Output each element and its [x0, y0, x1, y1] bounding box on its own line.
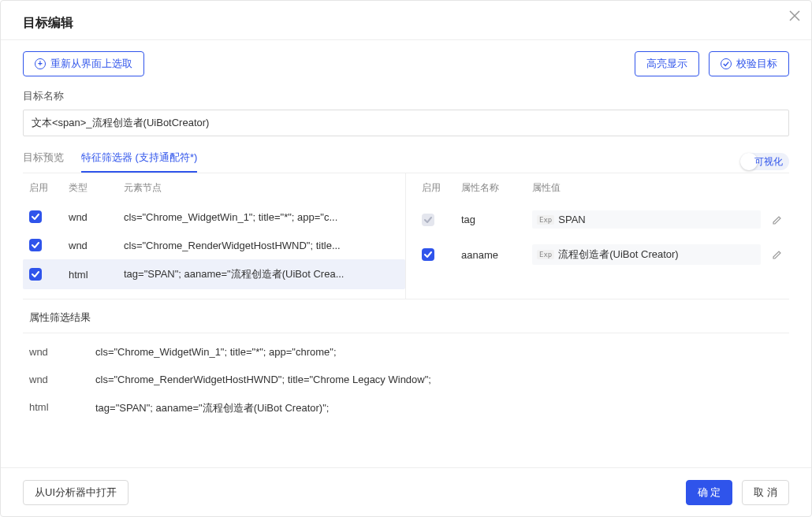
enable-checkbox[interactable] [29, 268, 42, 281]
col-enable-header: 启用 [422, 181, 461, 195]
enable-checkbox [422, 214, 434, 226]
attrs-table-header: 启用 属性名称 属性值 [415, 173, 789, 203]
result-selector: cls="Chrome_RenderWidgetHostHWND"; title… [95, 374, 783, 385]
node-row[interactable]: wndcls="Chrome_WidgetWin_1"; title="*"; … [23, 203, 405, 231]
edit-icon[interactable] [772, 214, 783, 225]
result-type: html [29, 401, 95, 415]
target-name-label: 目标名称 [23, 89, 789, 103]
element-nodes-panel: 启用 类型 元素节点 wndcls="Chrome_WidgetWin_1"; … [23, 173, 406, 299]
result-type: wnd [29, 346, 95, 358]
result-selector: tag="SPAN"; aaname="流程创造者(UiBot Creator)… [95, 401, 783, 415]
cancel-button[interactable]: 取 消 [742, 480, 789, 505]
edit-icon[interactable] [772, 249, 783, 260]
node-selector: tag="SPAN"; aaname="流程创造者(UiBot Crea... [124, 267, 399, 281]
attr-name: aaname [461, 249, 532, 261]
check-circle-icon [721, 58, 732, 69]
result-selector: cls="Chrome_WidgetWin_1"; title="*"; app… [95, 346, 783, 358]
result-row: htmltag="SPAN"; aaname="流程创造者(UiBot Crea… [23, 393, 789, 423]
attr-row: aanameExp流程创造者(UiBot Creator) [415, 236, 789, 273]
modal-footer: 从UI分析器中打开 确 定 取 消 [1, 467, 811, 516]
node-selector: cls="Chrome_WidgetWin_1"; title="*"; app… [124, 211, 399, 223]
top-button-row: 重新从界面上选取 高亮显示 校验目标 [23, 51, 789, 76]
filter-results-title: 属性筛选结果 [23, 311, 789, 333]
col-type-header: 类型 [69, 181, 124, 195]
tabs-row: 目标预览 特征筛选器 (支持通配符*) 可视化 [23, 151, 789, 173]
result-row: wndcls="Chrome_WidgetWin_1"; title="*"; … [23, 338, 789, 366]
target-editor-modal: 目标编辑 重新从界面上选取 高亮显示 校验目标 目标名称 [0, 0, 812, 517]
node-type: wnd [69, 211, 124, 223]
node-row[interactable]: wndcls="Chrome_RenderWidgetHostHWND"; ti… [23, 231, 405, 259]
enable-checkbox[interactable] [29, 210, 42, 223]
validate-button-label: 校验目标 [736, 57, 777, 71]
target-icon [35, 58, 46, 69]
filter-results-section: 属性筛选结果 wndcls="Chrome_WidgetWin_1"; titl… [23, 311, 789, 423]
visual-switch-label: 可视化 [754, 155, 783, 169]
modal-title: 目标编辑 [23, 15, 73, 32]
attr-value-box[interactable]: Exp流程创造者(UiBot Creator) [532, 244, 761, 265]
reselect-button[interactable]: 重新从界面上选取 [23, 51, 144, 76]
modal-header: 目标编辑 [1, 1, 811, 39]
exp-badge: Exp [537, 250, 554, 259]
tab-preview[interactable]: 目标预览 [23, 151, 64, 173]
open-analyzer-button[interactable]: 从UI分析器中打开 [23, 480, 129, 505]
visual-switch[interactable]: 可视化 [740, 153, 789, 170]
node-type: wnd [69, 240, 124, 251]
attributes-panel: 启用 属性名称 属性值 tagExpSPANaanameExp流程创造者(UiB… [406, 173, 789, 299]
attr-value: 流程创造者(UiBot Creator) [558, 247, 756, 262]
result-type: wnd [29, 374, 95, 385]
divider [23, 333, 789, 333]
enable-checkbox[interactable] [422, 248, 434, 261]
attr-value-box[interactable]: ExpSPAN [532, 210, 761, 229]
node-type: html [69, 269, 124, 281]
enable-checkbox[interactable] [29, 239, 42, 251]
split-panel: 启用 类型 元素节点 wndcls="Chrome_WidgetWin_1"; … [23, 173, 789, 299]
col-attrname-header: 属性名称 [461, 181, 532, 195]
highlight-button[interactable]: 高亮显示 [635, 51, 699, 76]
nodes-table-header: 启用 类型 元素节点 [23, 173, 405, 203]
target-name-input[interactable] [23, 110, 789, 136]
tab-selector[interactable]: 特征筛选器 (支持通配符*) [81, 151, 197, 173]
cancel-button-label: 取 消 [754, 485, 777, 500]
node-row[interactable]: htmltag="SPAN"; aaname="流程创造者(UiBot Crea… [23, 259, 405, 289]
ok-button[interactable]: 确 定 [686, 480, 733, 505]
node-selector: cls="Chrome_RenderWidgetHostHWND"; title… [124, 240, 399, 251]
attr-name: tag [461, 214, 532, 225]
ok-button-label: 确 定 [698, 485, 721, 500]
col-attrval-header: 属性值 [532, 181, 783, 195]
validate-button[interactable]: 校验目标 [709, 51, 789, 76]
attr-value: SPAN [558, 214, 756, 225]
exp-badge: Exp [537, 215, 554, 225]
open-analyzer-label: 从UI分析器中打开 [35, 485, 117, 500]
reselect-button-label: 重新从界面上选取 [50, 57, 132, 71]
modal-body: 重新从界面上选取 高亮显示 校验目标 目标名称 目标预览 特征筛选器 (支持通配… [1, 40, 811, 467]
highlight-button-label: 高亮显示 [646, 57, 687, 71]
close-icon[interactable] [789, 10, 800, 21]
attr-row: tagExpSPAN [415, 203, 789, 236]
result-row: wndcls="Chrome_RenderWidgetHostHWND"; ti… [23, 366, 789, 393]
col-node-header: 元素节点 [124, 181, 399, 195]
col-enable-header: 启用 [29, 181, 69, 195]
